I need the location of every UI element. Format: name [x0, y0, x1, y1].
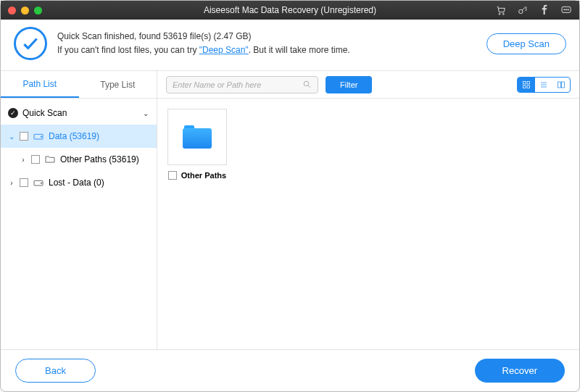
checkbox[interactable]	[20, 132, 28, 141]
svg-rect-20	[558, 82, 561, 88]
tab-type-list[interactable]: Type List	[79, 71, 157, 98]
window-maximize-button[interactable]	[34, 7, 42, 14]
facebook-icon[interactable]	[539, 4, 550, 16]
window-title: Aiseesoft Mac Data Recovery (Unregistere…	[204, 5, 376, 15]
scan-hint-text: If you can't find lost files, you can tr…	[57, 43, 350, 57]
scan-finished-text: Quick Scan finished, found 53619 file(s)…	[57, 30, 350, 43]
drive-icon	[33, 177, 44, 188]
footer: Back Recover	[1, 349, 579, 391]
svg-rect-14	[527, 81, 530, 84]
drive-icon	[33, 130, 44, 142]
tile-label: Other Paths	[181, 171, 226, 180]
search-box[interactable]	[166, 76, 318, 93]
folder-icon	[44, 154, 56, 165]
filter-button[interactable]: Filter	[326, 76, 372, 93]
chevron-down-icon[interactable]: ⌄	[8, 133, 15, 141]
window-minimize-button[interactable]	[21, 7, 29, 14]
svg-rect-13	[523, 81, 526, 84]
search-icon	[302, 80, 312, 89]
svg-line-12	[308, 86, 310, 88]
view-list-button[interactable]	[535, 78, 552, 92]
deep-scan-link[interactable]: "Deep Scan"	[199, 45, 249, 55]
deep-scan-button[interactable]: Deep Scan	[486, 33, 566, 54]
tree-node-data[interactable]: ⌄ Data (53619)	[1, 125, 157, 148]
svg-point-0	[499, 13, 500, 14]
feedback-icon[interactable]	[560, 4, 572, 16]
svg-rect-16	[527, 86, 530, 88]
svg-rect-15	[523, 86, 526, 88]
checkbox[interactable]	[31, 155, 40, 164]
tree-label: Data (53619)	[49, 131, 99, 141]
svg-rect-21	[562, 82, 565, 88]
window-close-button[interactable]	[8, 7, 16, 14]
tree-node-quick-scan[interactable]: ✓ Quick Scan ⌄	[1, 101, 157, 125]
folder-icon	[183, 125, 212, 149]
sidebar: Path List Type List ✓ Quick Scan ⌄ ⌄ Dat…	[1, 71, 157, 349]
checkbox[interactable]	[168, 171, 177, 180]
key-icon[interactable]	[517, 4, 529, 16]
svg-point-2	[519, 9, 523, 13]
checkmark-icon	[14, 27, 47, 60]
chevron-down-icon[interactable]: ⌄	[142, 109, 149, 117]
tree-node-other-paths[interactable]: › Other Paths (53619)	[1, 148, 157, 171]
tree-node-lost-data[interactable]: › Lost - Data (0)	[1, 171, 157, 194]
svg-point-5	[566, 9, 566, 10]
tree-label: Quick Scan	[22, 108, 67, 118]
chevron-right-icon[interactable]: ›	[8, 179, 15, 187]
folder-thumbnail	[167, 109, 227, 165]
svg-point-1	[502, 13, 504, 14]
content-area: Other Paths	[157, 99, 579, 349]
cart-icon[interactable]	[495, 4, 507, 16]
view-grid-button[interactable]	[518, 78, 535, 92]
search-input[interactable]	[173, 80, 298, 89]
chevron-right-icon[interactable]: ›	[20, 156, 27, 164]
svg-point-8	[41, 136, 41, 137]
back-button[interactable]: Back	[15, 359, 96, 383]
tree-label: Lost - Data (0)	[49, 178, 104, 188]
tree-label: Other Paths (53619)	[60, 154, 139, 164]
svg-point-4	[564, 9, 565, 10]
svg-point-11	[304, 81, 309, 86]
folder-tile[interactable]: Other Paths	[167, 109, 227, 180]
tab-path-list[interactable]: Path List	[1, 71, 79, 98]
svg-point-10	[41, 183, 41, 183]
scan-status-header: Quick Scan finished, found 53619 file(s)…	[1, 20, 579, 71]
check-circle-icon: ✓	[8, 108, 18, 118]
checkbox[interactable]	[20, 178, 28, 187]
titlebar: Aiseesoft Mac Data Recovery (Unregistere…	[1, 1, 579, 20]
recover-button[interactable]: Recover	[475, 359, 565, 383]
svg-point-6	[568, 9, 568, 10]
toolbar: Filter	[157, 71, 579, 99]
view-switch	[517, 77, 571, 93]
view-columns-button[interactable]	[552, 78, 570, 92]
